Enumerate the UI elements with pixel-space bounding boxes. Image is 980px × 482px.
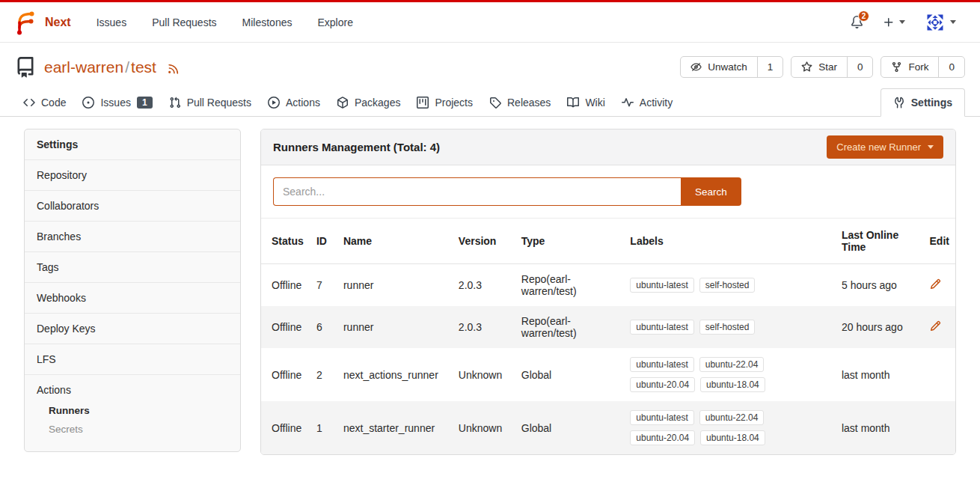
top-navbar: Next Issues Pull Requests Milestones Exp…: [0, 2, 980, 43]
pull-request-icon: [169, 97, 181, 109]
user-avatar: [925, 12, 946, 33]
runner-status: Offline: [261, 401, 310, 454]
nav-milestones-link[interactable]: Milestones: [242, 16, 293, 28]
unwatch-button[interactable]: Unwatch: [681, 57, 757, 77]
runner-id: 7: [310, 264, 337, 307]
tools-icon: [893, 97, 905, 109]
nav-issues-link[interactable]: Issues: [97, 16, 126, 28]
fork-label: Fork: [908, 61, 928, 73]
tab-issues[interactable]: Issues 1: [74, 88, 160, 116]
notifications-button[interactable]: 2: [851, 16, 863, 28]
tab-activity-label: Activity: [640, 97, 673, 109]
nav-pull-requests-link[interactable]: Pull Requests: [152, 16, 216, 28]
tab-issues-label: Issues: [100, 97, 130, 109]
tab-actions-label: Actions: [286, 97, 320, 109]
notification-count-badge: 2: [858, 10, 869, 22]
repo-name-link[interactable]: test: [131, 58, 156, 76]
sidebar-item-actions[interactable]: Actions Runners Secrets: [25, 375, 240, 451]
fork-count[interactable]: 0: [938, 57, 964, 77]
tab-code-label: Code: [41, 97, 66, 109]
sidebar-item-deploy-keys[interactable]: Deploy Keys: [25, 314, 240, 344]
label-chip: self-hosted: [699, 320, 756, 335]
sidebar-subitem-runners[interactable]: Runners: [49, 405, 228, 416]
runner-version: Unknown: [453, 401, 515, 454]
watch-count[interactable]: 1: [757, 57, 783, 77]
tab-wiki[interactable]: Wiki: [559, 88, 613, 116]
tab-releases[interactable]: Releases: [481, 88, 559, 116]
label-chip: ubuntu-18.04: [700, 377, 765, 392]
sidebar-item-lfs[interactable]: LFS: [25, 344, 240, 375]
tab-pull-requests-label: Pull Requests: [187, 97, 251, 109]
fork-icon: [891, 61, 902, 73]
runner-id: 1: [310, 401, 337, 454]
tab-settings[interactable]: Settings: [881, 88, 965, 117]
runner-last-online: 20 hours ago: [836, 306, 924, 348]
navbar-left: Next Issues Pull Requests Milestones Exp…: [12, 9, 379, 36]
col-edit: Edit: [924, 219, 956, 264]
sidebar-item-branches[interactable]: Branches: [25, 222, 240, 252]
star-button[interactable]: Star: [791, 57, 847, 77]
runner-name: runner: [337, 306, 453, 348]
brand-label[interactable]: Next: [45, 16, 71, 29]
tab-packages-label: Packages: [355, 97, 400, 109]
navbar-right: 2: [851, 12, 968, 33]
runner-last-online: last month: [836, 348, 924, 401]
code-icon: [23, 97, 35, 109]
star-count[interactable]: 0: [847, 57, 873, 77]
runner-type: Global: [521, 422, 551, 434]
runner-row: Offline 2 next_actions_runner Unknown Gl…: [261, 348, 955, 401]
sidebar-item-repository[interactable]: Repository: [25, 160, 240, 191]
repo-icon: [15, 57, 36, 78]
nav-explore-link[interactable]: Explore: [317, 16, 352, 28]
runners-table: Status ID Name Version Type Labels Last …: [261, 218, 955, 454]
tab-packages[interactable]: Packages: [328, 88, 408, 116]
edit-runner-button[interactable]: [930, 320, 941, 332]
package-icon: [337, 97, 349, 109]
label-chip: ubuntu-latest: [630, 357, 693, 372]
create-runner-label: Create new Runner: [836, 141, 921, 153]
tab-actions[interactable]: Actions: [260, 88, 328, 116]
sidebar-item-collaborators[interactable]: Collaborators: [25, 191, 240, 222]
user-menu-button[interactable]: [925, 12, 956, 33]
repo-owner-link[interactable]: earl-warren: [44, 58, 123, 76]
tab-activity[interactable]: Activity: [613, 88, 681, 116]
tab-wiki-label: Wiki: [585, 97, 604, 109]
search-button[interactable]: Search: [681, 177, 741, 206]
runner-version: 2.0.3: [453, 306, 515, 348]
settings-sidebar: Settings Repository Collaborators Branch…: [24, 129, 241, 452]
panel-title: Runners Management (Total: 4): [273, 141, 440, 153]
repo-actions: Unwatch 1 Star 0 Fork 0: [680, 56, 965, 78]
runner-row: Offline 6 runner 2.0.3 Repo(earl-warren/…: [261, 306, 955, 348]
edit-runner-button[interactable]: [930, 278, 941, 290]
runner-type: Global: [521, 369, 551, 381]
sidebar-actions-sublist: Runners Secrets: [37, 405, 228, 435]
search-input[interactable]: [273, 177, 681, 206]
runner-last-online: last month: [836, 401, 924, 454]
repo-path-separator: /: [125, 58, 129, 76]
sidebar-item-webhooks[interactable]: Webhooks: [25, 283, 240, 314]
forgejo-logo-icon[interactable]: [12, 9, 39, 36]
rss-icon[interactable]: [168, 62, 180, 75]
label-chip: ubuntu-latest: [630, 320, 693, 335]
tab-pull-requests[interactable]: Pull Requests: [161, 88, 260, 116]
eye-slash-icon: [690, 61, 702, 73]
create-runner-button[interactable]: Create new Runner: [827, 135, 943, 159]
tab-code[interactable]: Code: [15, 88, 74, 116]
runner-status: Offline: [261, 306, 310, 348]
sidebar-subitem-secrets[interactable]: Secrets: [49, 424, 228, 435]
panel-header: Runners Management (Total: 4) Create new…: [261, 129, 955, 165]
label-chip: ubuntu-latest: [630, 278, 693, 293]
search-row: Search: [261, 165, 955, 218]
create-new-menu-button[interactable]: [883, 16, 905, 28]
tab-projects[interactable]: Projects: [408, 88, 481, 116]
tab-releases-label: Releases: [507, 97, 551, 109]
sidebar-actions-label: Actions: [37, 384, 71, 396]
label-chip: ubuntu-22.04: [699, 410, 765, 425]
play-circle-icon: [268, 97, 280, 109]
repo-title: earl-warren/test: [15, 57, 180, 78]
table-header-row: Status ID Name Version Type Labels Last …: [261, 219, 955, 264]
runner-type: Repo(earl-warren/test): [521, 315, 605, 339]
sidebar-item-tags[interactable]: Tags: [25, 252, 240, 283]
runner-row: Offline 7 runner 2.0.3 Repo(earl-warren/…: [261, 264, 955, 307]
fork-button[interactable]: Fork: [881, 57, 938, 77]
